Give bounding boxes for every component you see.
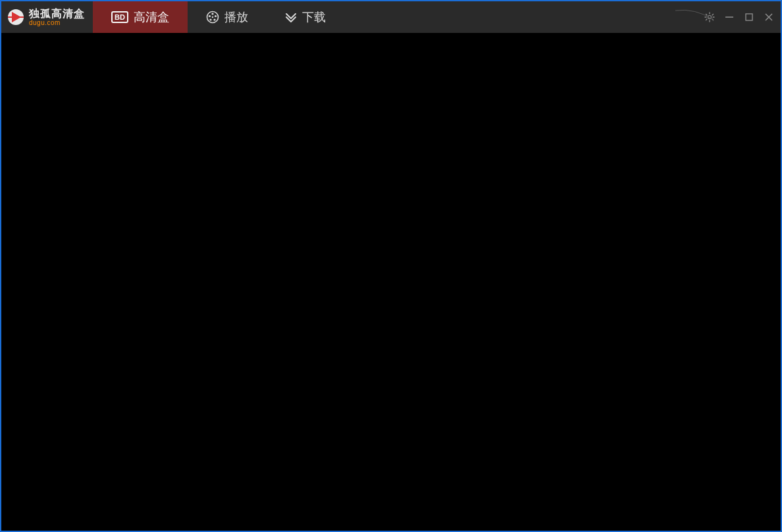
tab-play[interactable]: 播放 — [188, 1, 267, 33]
svg-point-4 — [215, 15, 217, 17]
maximize-icon — [744, 13, 754, 22]
svg-rect-10 — [746, 14, 752, 20]
svg-point-6 — [209, 18, 211, 20]
svg-point-7 — [209, 15, 211, 17]
logo-text: 独孤高清盒 dugu.com — [29, 9, 85, 26]
close-icon — [764, 13, 773, 22]
svg-point-3 — [211, 13, 213, 14]
logo-icon — [7, 8, 25, 26]
tab-bar: BD 高清盒 播放 — [93, 1, 344, 33]
close-button[interactable] — [762, 11, 775, 24]
svg-rect-1 — [8, 16, 24, 18]
minimize-icon — [725, 13, 734, 22]
app-logo[interactable]: 独孤高清盒 dugu.com — [1, 1, 93, 33]
titlebar: 独孤高清盒 dugu.com BD 高清盒 — [1, 1, 781, 33]
tab-hd-box[interactable]: BD 高清盒 — [93, 1, 188, 33]
svg-point-5 — [213, 18, 215, 20]
tab-label: 下载 — [302, 9, 326, 25]
tab-download[interactable]: 下载 — [267, 1, 344, 33]
maximize-button[interactable] — [743, 11, 756, 24]
logo-title: 独孤高清盒 — [29, 9, 85, 19]
content-area — [1, 33, 781, 531]
svg-point-8 — [212, 16, 213, 18]
minimize-button[interactable] — [723, 11, 736, 24]
app-window: 独孤高清盒 dugu.com BD 高清盒 — [0, 0, 782, 532]
tab-label: 高清盒 — [134, 9, 169, 25]
window-controls — [703, 11, 781, 24]
bd-icon: BD — [111, 11, 128, 23]
gear-icon — [704, 12, 715, 22]
logo-subtitle: dugu.com — [29, 20, 85, 26]
download-icon — [285, 11, 297, 23]
tab-label: 播放 — [224, 9, 248, 25]
film-reel-icon — [206, 11, 219, 24]
settings-button[interactable] — [703, 11, 716, 24]
